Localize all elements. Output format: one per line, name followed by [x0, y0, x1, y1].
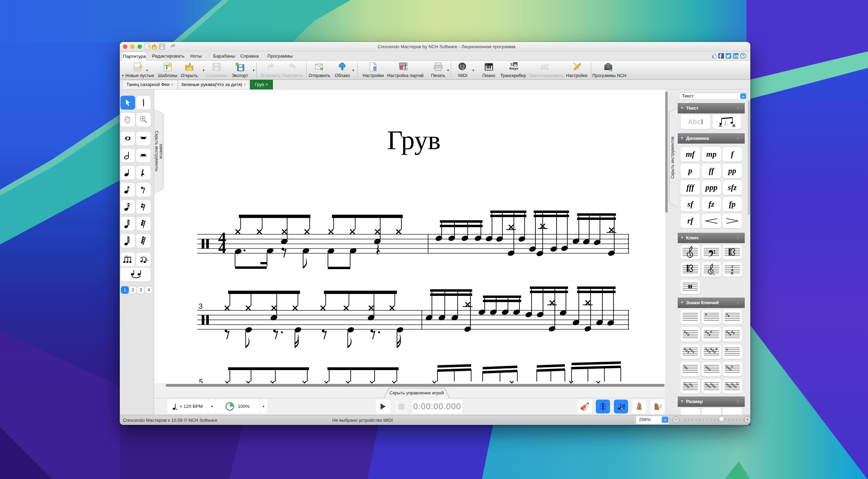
svg-text:b: b [709, 368, 711, 372]
svg-text:#: # [693, 350, 694, 354]
svg-text:3: 3 [125, 255, 127, 257]
svg-text:b: b [726, 348, 728, 352]
svg-text:B: B [733, 124, 735, 128]
svg-text:#: # [733, 332, 735, 335]
svg-text:Скрыть управление игрой: Скрыть управление игрой [390, 390, 444, 395]
svg-text:#: # [710, 330, 712, 334]
svg-text:A: A [719, 124, 722, 128]
svg-text:#: # [705, 313, 707, 316]
svg-text:b: b [714, 385, 716, 389]
svg-text:?: ? [742, 54, 744, 58]
svg-text:L: L [724, 119, 728, 127]
svg-text:4: 4 [218, 239, 226, 256]
svg-text:#: # [716, 348, 717, 351]
svg-text:b: b [731, 365, 733, 369]
svg-text:Грув: Грув [387, 125, 441, 155]
svg-text:b: b [736, 382, 738, 386]
svg-text:#: # [687, 333, 689, 336]
svg-text:b: b [686, 366, 688, 370]
svg-text:B: B [731, 272, 734, 275]
svg-text:Keys: Keys [509, 67, 518, 71]
svg-text:3: 3 [199, 302, 203, 310]
svg-text:#: # [728, 314, 729, 318]
svg-text:8: 8 [713, 273, 715, 276]
svg-text:b: b [691, 384, 693, 388]
